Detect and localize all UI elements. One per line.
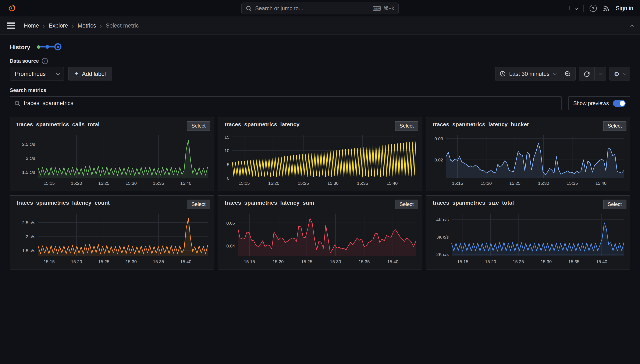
grafana-app: Search or jump to... ⌨ ⌘+k + ? Sign in [0, 0, 640, 364]
menu-toggle-icon[interactable] [7, 23, 15, 28]
breadcrumb-metrics[interactable]: Metrics [78, 22, 96, 29]
divider [583, 4, 584, 12]
gear-icon: ⚙ [614, 70, 620, 77]
breadcrumb-separator: › [72, 22, 74, 29]
search-icon [246, 5, 252, 11]
y-tick-label: 4K c/s [430, 217, 449, 222]
zoom-out-button[interactable] [560, 68, 575, 80]
x-tick-label: 15:30 [118, 180, 144, 186]
select-button[interactable]: Select [395, 200, 418, 209]
y-tick-label: 1.5 c/s [14, 169, 35, 174]
chart-latency-sum[interactable]: 0.040.0615:1515:2015:2515:3015:3515:40 [222, 211, 418, 266]
data-source-label-row: Data source i [10, 58, 630, 64]
x-tick-label: 15:40 [173, 180, 198, 186]
history-row: History [10, 43, 630, 50]
keyboard-icon: ⌨ [372, 5, 381, 11]
sign-in-button[interactable]: Sign in [616, 5, 633, 12]
explore-metrics-content: History Data source i Prometheus + Add l… [0, 35, 640, 270]
time-range-picker[interactable]: Last 30 minutes [496, 68, 560, 80]
settings-group: ⚙ [609, 67, 630, 80]
metric-panels-grid: traces_spanmetrics_calls_total Select 1.… [10, 117, 630, 270]
info-icon[interactable]: i [42, 58, 48, 64]
panel-title: traces_spanmetrics_latency_bucket [433, 121, 529, 128]
chevron-down-icon [553, 72, 556, 75]
select-button[interactable]: Select [603, 200, 626, 209]
x-tick-label: 15:25 [502, 180, 528, 186]
x-tick-label: 15:30 [531, 180, 556, 186]
panel-title: traces_spanmetrics_latency [225, 121, 300, 128]
show-previews-toggle[interactable] [613, 100, 626, 106]
x-tick-label: 15:20 [478, 259, 503, 264]
breadcrumb-bar: Home › Explore › Metrics › Select metric [0, 17, 640, 35]
metric-panel-size-total: traces_spanmetrics_size_total Select 2K … [426, 195, 630, 270]
x-tick-label: 15:20 [64, 180, 89, 186]
time-picker-group: Last 30 minutes [495, 67, 575, 80]
chart-latency-count[interactable]: 1.5 c/s2 c/s2.5 c/s15:1515:2015:2515:301… [14, 211, 210, 266]
chevron-down-icon [56, 72, 60, 75]
x-tick-label: 15:30 [118, 259, 144, 264]
x-tick-label: 15:25 [290, 180, 316, 186]
metric-panel-latency-count: traces_spanmetrics_latency_count Select … [10, 195, 214, 270]
x-tick-label: 15:15 [237, 259, 262, 264]
x-tick-label: 15:15 [36, 180, 62, 186]
controls-row: Prometheus + Add label Last 30 minutes [10, 67, 630, 80]
refresh-interval-button[interactable] [594, 68, 606, 80]
news-button[interactable] [602, 5, 610, 12]
refresh-button[interactable] [579, 68, 594, 80]
y-tick-label: 2K c/s [430, 252, 449, 257]
y-tick-label: 0.02 [430, 157, 443, 162]
global-search-input[interactable]: Search or jump to... ⌨ ⌘+k [241, 2, 399, 14]
history-timeline-icon[interactable] [37, 43, 62, 50]
data-source-label: Data source [10, 58, 39, 64]
chart-latency[interactable]: 05101515:1515:2015:2515:3015:3515:40 [222, 133, 418, 188]
x-tick-label: 15:25 [91, 180, 116, 186]
select-button[interactable]: Select [603, 121, 626, 131]
y-tick-label: 2.5 c/s [14, 220, 35, 225]
select-button[interactable]: Select [395, 121, 418, 131]
chevron-down-icon [623, 72, 626, 75]
add-label-button[interactable]: + Add label [68, 67, 112, 80]
metric-panel-latency-bucket: traces_spanmetrics_latency_bucket Select… [426, 117, 630, 191]
plus-icon: + [74, 70, 78, 78]
grafana-logo-icon[interactable] [7, 3, 17, 13]
show-previews-label: Show previews [573, 100, 609, 106]
x-tick-label: 15:35 [146, 259, 171, 264]
select-button[interactable]: Select [187, 121, 210, 131]
chart-size-total[interactable]: 2K c/s3K c/s4K c/s15:1515:2015:2515:3015… [430, 211, 626, 266]
x-tick-label: 15:20 [265, 259, 291, 264]
add-label-text: Add label [82, 70, 106, 77]
x-tick-label: 15:30 [534, 259, 559, 264]
panel-title: traces_spanmetrics_size_total [433, 200, 514, 206]
collapse-header-button[interactable] [631, 22, 633, 29]
y-tick-label: 0.03 [430, 136, 443, 141]
metrics-search-input[interactable] [24, 100, 557, 106]
panel-title: traces_spanmetrics_latency_sum [225, 200, 314, 206]
x-tick-label: 15:25 [506, 259, 531, 264]
breadcrumb-explore[interactable]: Explore [48, 22, 68, 29]
shortcut-text: ⌘+k [383, 5, 394, 12]
select-button[interactable]: Select [187, 200, 210, 209]
y-tick-label: 10 [222, 148, 229, 153]
y-tick-label: 3K c/s [430, 234, 449, 240]
data-source-picker[interactable]: Prometheus [10, 67, 64, 80]
settings-button[interactable]: ⚙ [610, 68, 630, 80]
panel-title: traces_spanmetrics_calls_total [16, 121, 100, 128]
top-navigation-bar: Search or jump to... ⌨ ⌘+k + ? Sign in [0, 0, 640, 17]
x-tick-label: 15:30 [320, 180, 346, 186]
x-tick-label: 15:20 [474, 180, 499, 186]
chart-calls-total[interactable]: 1.5 c/s2 c/s2.5 c/s15:1515:2015:2515:301… [14, 133, 210, 188]
x-tick-label: 15:15 [232, 180, 257, 186]
topbar-actions: + ? Sign in [568, 4, 633, 13]
y-tick-label: 2 c/s [14, 234, 35, 239]
help-button[interactable]: ? [589, 5, 596, 12]
y-tick-label: 5 [222, 162, 229, 167]
metrics-search-box [10, 96, 562, 110]
search-placeholder: Search or jump to... [255, 5, 372, 12]
time-range-text: Last 30 minutes [509, 70, 550, 77]
x-tick-label: 15:40 [380, 259, 406, 264]
chart-latency-bucket[interactable]: 0.020.0315:1515:2015:2515:3015:3515:40 [430, 133, 626, 188]
breadcrumb-home[interactable]: Home [24, 22, 39, 29]
search-row: Show previews [10, 96, 630, 110]
breadcrumb: Home › Explore › Metrics › Select metric [24, 22, 139, 29]
add-new-button[interactable]: + [568, 4, 577, 13]
